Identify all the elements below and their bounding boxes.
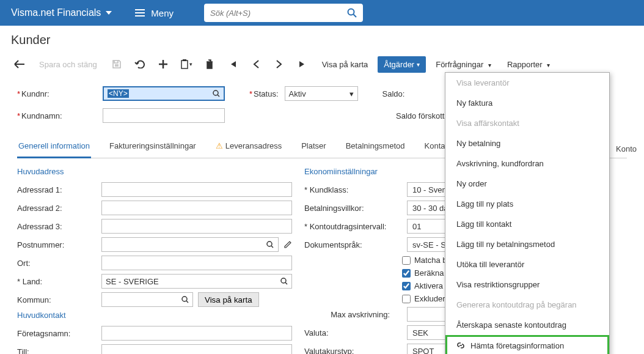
column-address: Huvudadress Adressrad 1: Adressrad 2: Ad…: [17, 167, 292, 354]
input-ort[interactable]: [101, 256, 292, 270]
save-icon: [107, 56, 126, 73]
search-box[interactable]: [204, 4, 363, 22]
prev-icon[interactable]: [246, 56, 266, 73]
svg-point-6: [267, 242, 272, 246]
menu-item[interactable]: Utöka till leverantör: [445, 254, 609, 275]
lookup-icon[interactable]: [280, 278, 288, 285]
lookup-icon[interactable]: [266, 241, 274, 248]
kundnr-input[interactable]: <NY>: [103, 86, 225, 101]
label-dokumentsprak: Dokumentspråk:: [304, 240, 402, 249]
check-matcha[interactable]: [402, 256, 411, 265]
status-select[interactable]: Aktiv ▾: [285, 86, 358, 101]
chevron-down-icon: [106, 11, 112, 15]
menu-item: Visa affärskontakt: [445, 113, 609, 133]
svg-line-9: [285, 282, 287, 284]
tab-locations[interactable]: Platser: [300, 136, 327, 158]
label-adressrad2: Adressrad 2:: [17, 204, 97, 213]
tab-payment[interactable]: Betalningsmetod: [345, 136, 406, 158]
menu-item[interactable]: Ny order: [445, 174, 609, 194]
brand[interactable]: Visma.net Financials: [0, 7, 123, 18]
input-land[interactable]: SE - SVERIGE: [101, 274, 292, 289]
clipboard-icon[interactable]: ▾: [177, 56, 196, 73]
svg-line-5: [218, 95, 219, 97]
search-icon[interactable]: [347, 8, 357, 18]
chevron-down-icon: ▾: [417, 61, 420, 68]
requests-label: Förfrågningar: [436, 60, 483, 69]
check-exkludera[interactable]: [402, 295, 411, 303]
menu-item: Generera kontoutdrag på begäran: [445, 295, 609, 315]
delete-icon[interactable]: [200, 56, 219, 73]
check-aktivera[interactable]: [402, 282, 411, 290]
search-wrap: [204, 4, 363, 22]
input-postnummer[interactable]: [101, 237, 279, 252]
saldo-label: Saldo:: [382, 89, 405, 98]
link-icon: [456, 341, 466, 350]
saldo-forskott-label: Saldo förskotts: [396, 111, 448, 120]
menu-item[interactable]: Återskapa senaste kontoutdrag: [445, 315, 609, 335]
menu-item[interactable]: Ny betalning: [445, 133, 609, 153]
menu-item-label: Hämta företagsinformation: [470, 341, 564, 350]
ext-tab-konto[interactable]: Konto: [609, 139, 644, 158]
menu-item[interactable]: Lägg till ny plats: [445, 194, 609, 214]
label-postnummer: Postnummer:: [17, 240, 97, 249]
input-adressrad1[interactable]: [101, 182, 292, 197]
menu-item[interactable]: Lägg till kontakt: [445, 214, 609, 234]
view-on-map-button[interactable]: Visa på karta: [316, 56, 375, 73]
chevron-down-icon: ▾: [547, 62, 550, 68]
input-till[interactable]: [101, 344, 292, 354]
tab-delivery[interactable]: Leveransadress: [214, 136, 284, 158]
menu-item[interactable]: Avskrivning, kundfordran: [445, 153, 609, 174]
menu-item[interactable]: Visa restriktionsgrupper: [445, 275, 609, 295]
page-title: Kunder: [0, 26, 644, 53]
save-close-button: Spara och stäng: [33, 56, 103, 73]
label-adressrad3: Adressrad 3:: [17, 222, 97, 231]
label-land: * Land:: [17, 277, 97, 286]
tab-general[interactable]: Generell information: [17, 136, 91, 158]
chevron-down-icon: ▾: [349, 89, 354, 98]
input-kommun[interactable]: [101, 292, 193, 307]
svg-point-10: [182, 297, 187, 301]
requests-button[interactable]: Förfrågningar ▾: [430, 56, 497, 73]
next-icon[interactable]: [269, 56, 289, 73]
menu-item[interactable]: Ny faktura: [445, 93, 609, 113]
reports-label: Rapporter: [507, 60, 543, 69]
lookup-icon[interactable]: [213, 90, 220, 97]
search-input[interactable]: [210, 9, 357, 18]
input-adressrad2[interactable]: [101, 201, 292, 215]
top-bar: Visma.net Financials Meny: [0, 0, 644, 26]
input-adressrad3[interactable]: [101, 219, 292, 234]
label-till: Till:: [17, 347, 97, 355]
label-adressrad1: Adressrad 1:: [17, 185, 97, 194]
edit-icon[interactable]: [284, 240, 292, 249]
status-label: *Status:: [249, 89, 279, 98]
svg-line-11: [186, 301, 188, 303]
menu-item[interactable]: Hämta företagsinformation: [445, 335, 609, 354]
undo-icon[interactable]: [130, 56, 150, 73]
status-value: Aktiv: [289, 89, 306, 98]
kundnr-value: <NY>: [108, 89, 129, 98]
menu-item[interactable]: Lägg till ny betalningsmetod: [445, 234, 609, 254]
svg-point-8: [281, 278, 286, 283]
input-foretagsnamn[interactable]: [101, 326, 292, 341]
label-kontoutdrag: * Kontoutdragsintervall:: [304, 222, 402, 231]
label-kundklass: * Kundklass:: [304, 185, 402, 194]
actions-dropdown: Visa leverantörNy fakturaVisa affärskont…: [445, 72, 610, 354]
menu-button[interactable]: Meny: [123, 8, 186, 18]
reports-button[interactable]: Rapporter ▾: [501, 56, 556, 73]
tab-billing[interactable]: Faktureringsinställningar: [108, 136, 197, 158]
last-icon[interactable]: [293, 56, 312, 73]
label-valuta: Valuta:: [304, 328, 402, 337]
check-berakna[interactable]: [402, 269, 411, 278]
chevron-down-icon: ▾: [488, 62, 491, 68]
lookup-icon[interactable]: [181, 296, 189, 303]
first-icon[interactable]: [223, 56, 243, 73]
label-ort: Ort:: [17, 259, 97, 268]
hamburger-icon: [135, 9, 145, 17]
visa-karta-button[interactable]: Visa på karta: [198, 292, 259, 307]
label-foretagsnamn: Företagsnamn:: [17, 329, 97, 338]
label-max-avskrivning: Max avskrivning:: [304, 310, 402, 319]
add-icon[interactable]: [153, 56, 173, 73]
back-button[interactable]: [10, 56, 29, 73]
kundnamn-input[interactable]: [103, 108, 225, 123]
actions-button[interactable]: Åtgärder ▾: [378, 56, 426, 73]
